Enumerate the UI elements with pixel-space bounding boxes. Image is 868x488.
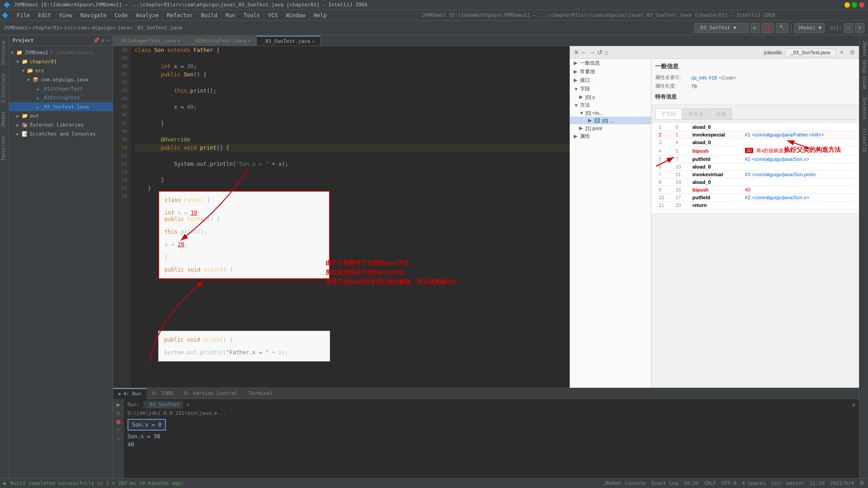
jrebel-tab[interactable]: JRebel [0, 108, 9, 131]
menu-tools[interactable]: Tools [240, 11, 264, 19]
breadcrumb-project[interactable]: JVMDemo1 [4, 25, 28, 31]
run-stop-btn[interactable]: ■ [117, 418, 120, 425]
path-label: E:\IdeaWorkSpace [50, 50, 94, 55]
tree-item-extlibs[interactable]: ▶ 📚 External Libraries [9, 120, 113, 129]
tree-method-print[interactable]: ▶ [1] print [570, 124, 651, 132]
tab-sontest[interactable]: _03_SonTest.java ✕ [256, 36, 321, 46]
jclasslib-side-tab[interactable]: jclasslib [859, 124, 868, 156]
menu-vcs[interactable]: VCS [264, 11, 282, 19]
status-crlf[interactable]: CRLF [704, 480, 716, 486]
breadcrumb-file[interactable]: _03_SonTest.java [134, 25, 182, 31]
menu-view[interactable]: View [56, 11, 76, 19]
code-line-50: public void print() { [135, 144, 570, 152]
vc-tab[interactable]: 9: Version Control [179, 388, 243, 399]
tree-general[interactable]: ▶ 一般信息 [570, 59, 651, 67]
maximize-button[interactable] [852, 2, 857, 8]
run-close-tab[interactable]: ✕ [187, 402, 190, 408]
run-play-btn[interactable]: ▶ [117, 401, 120, 408]
tree-const-pool[interactable]: ▶ 常量池 [570, 67, 651, 76]
run-settings-btn[interactable]: ⚙ [852, 402, 855, 408]
build-button[interactable]: 🔨 [776, 23, 788, 33]
menu-run[interactable]: Run [222, 11, 239, 19]
tab-string[interactable]: _02StringTest.java ✕ [186, 36, 256, 46]
tree-item-string[interactable]: ☕ _02StringTest [9, 93, 113, 102]
refresh-btn[interactable]: ↺ [597, 49, 603, 56]
breadcrumb-src[interactable]: src [64, 25, 73, 31]
menu-navigate[interactable]: Navigate [77, 11, 110, 19]
git-commit[interactable]: ✓ [844, 23, 854, 33]
tree-method-init[interactable]: ▼ [0] <in... [570, 109, 651, 117]
status-encoding[interactable]: UTF-8 [722, 480, 736, 486]
run-rerun-btn[interactable]: ↻ [117, 410, 120, 416]
debug-button[interactable]: 🐞 [761, 23, 774, 33]
tree-item-src[interactable]: ▼ 📂 src [9, 66, 113, 75]
breadcrumb-atguigu[interactable]: atguigu [92, 25, 113, 31]
close-tab-btn[interactable]: ✕ [840, 49, 844, 56]
menu-refactor[interactable]: Refactor [163, 11, 197, 19]
code-area[interactable]: class Son extends Father { int x = 30; p… [131, 46, 570, 388]
breadcrumb-com[interactable]: com [78, 25, 87, 31]
forward-btn[interactable]: → [589, 49, 595, 56]
status-jrebel-console[interactable]: JRebel Console [604, 480, 646, 486]
tree-item-package[interactable]: ▼ 📦 com.atguigu.java [9, 75, 113, 84]
menu-file[interactable]: File [13, 11, 33, 19]
tree-field-x[interactable]: ▶ [0] x [570, 93, 651, 101]
props-link[interactable]: cp_info #18 [691, 75, 717, 80]
minimize-button[interactable] [844, 2, 850, 8]
tree-item-scratches[interactable]: ▶ 📝 Scratches and Consoles [9, 129, 113, 138]
tab-integer[interactable]: _01IntegerTest.java ✕ [113, 36, 186, 46]
z-structure-tab[interactable]: Z-Structure [0, 70, 9, 107]
status-indent[interactable]: 4 spaces [742, 480, 766, 486]
menu-analyze[interactable]: Analyze [132, 11, 162, 19]
menu-help[interactable]: Help [310, 11, 330, 19]
home-btn[interactable]: ⌂ [604, 49, 608, 56]
todo-tab[interactable]: 6: TODO [146, 388, 178, 399]
database-tab[interactable]: Database [859, 94, 868, 123]
menu-edit[interactable]: Edit [34, 11, 55, 19]
close-icon[interactable]: ✕ [178, 38, 180, 43]
run-down-btn[interactable]: ↓ [117, 435, 120, 441]
run-config-dropdown[interactable]: _03_SonTest ▼ [694, 23, 749, 33]
props-label: 属性名索引: [655, 74, 691, 81]
tab-bytecode[interactable]: 字节码 [655, 108, 682, 119]
tree-attr[interactable]: ▶ 属性 [570, 132, 651, 141]
jclasslib-tab[interactable]: _03_SonTest.java [785, 48, 836, 56]
close-icon[interactable]: ✕ [312, 39, 315, 44]
run-tab[interactable]: ▶ 4: Run [113, 388, 146, 399]
panel-pin[interactable]: 📌 [93, 38, 99, 43]
tree-item-chapter01[interactable]: ▼ 📁 chapter01 [9, 57, 113, 66]
settings-btn[interactable]: ⚙ [849, 49, 855, 56]
menu-build[interactable]: Build [198, 11, 221, 19]
tree-item-jvmdemo[interactable]: ▼ 📁 JVMDemo1 E:\IdeaWorkSpace [9, 48, 113, 57]
run-button[interactable]: ▶ [750, 23, 760, 33]
tree-item-integer[interactable]: ☕ _01IntegerTest [9, 84, 113, 93]
breadcrumb-chapter[interactable]: chapter01 [33, 25, 60, 31]
menu-window[interactable]: Window [282, 11, 309, 19]
close-icon[interactable]: ✕ [248, 38, 250, 43]
breadcrumb-java[interactable]: java [118, 25, 130, 31]
close-btn[interactable]: ✕ [574, 49, 579, 56]
structure-tab[interactable]: Structure [0, 37, 9, 69]
git-push[interactable]: ⬆ [855, 23, 864, 33]
git-dropdown[interactable]: JRebel ▼ [794, 23, 825, 33]
tree-interface[interactable]: ▶ 接口 [570, 76, 651, 84]
tree-method[interactable]: ▼ 方法 [570, 101, 651, 109]
terminal-tab[interactable]: Terminal [243, 388, 278, 399]
tree-method-init-code[interactable]: ▶ 0 [0] ... [570, 117, 651, 124]
tab-exceptions[interactable]: 异常表 [683, 108, 709, 119]
run-up-btn[interactable]: ↑ [117, 427, 120, 433]
status-event-log[interactable]: Event Log [651, 480, 679, 486]
panel-settings[interactable]: ⚙ [101, 38, 104, 43]
tree-item-sontest[interactable]: ☕ _03_SonTest.java [9, 102, 113, 111]
jrebel-setup-tab[interactable]: JRebel Setup Guide [859, 37, 868, 93]
bytecode-tabs: 字节码 异常表 杂项 [655, 108, 855, 120]
tree-item-out[interactable]: ▶ 📁 out [9, 111, 113, 120]
tab-misc[interactable]: 杂项 [710, 108, 732, 119]
panel-close[interactable]: ✕ [106, 38, 109, 43]
menu-code[interactable]: Code [111, 11, 132, 19]
tree-field[interactable]: ▼ 字段 [570, 84, 651, 93]
back-btn[interactable]: ← [581, 49, 587, 56]
favorites-tab[interactable]: Favorites [0, 132, 9, 164]
close-button[interactable] [859, 2, 864, 8]
editor-area[interactable]: 38 39 40 41 42 43 44 45 46 47 48 [113, 46, 570, 388]
